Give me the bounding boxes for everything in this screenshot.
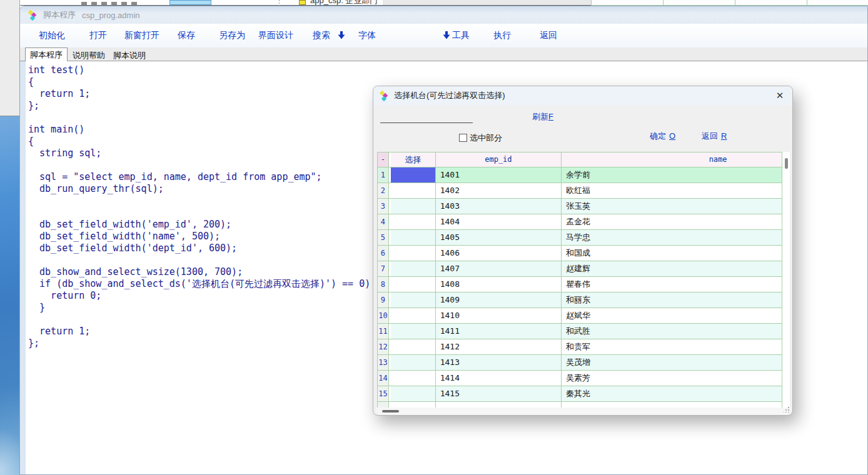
emp-id-cell[interactable]: 1411 [436, 324, 562, 339]
name-cell[interactable]: 和贵军 [562, 339, 782, 354]
table-row[interactable]: 151415秦其光 [378, 386, 782, 402]
row-number-cell[interactable]: 14 [378, 371, 389, 386]
close-icon[interactable]: ✕ [772, 88, 787, 103]
window-titlebar[interactable]: 脚本程序 csp_prog.admin [20, 6, 867, 24]
select-cell[interactable] [391, 277, 436, 292]
table-row[interactable]: 101410赵斌华 [378, 308, 782, 324]
header-select[interactable]: 选择 [391, 152, 436, 167]
table-row[interactable]: 51405马学忠 [378, 230, 782, 246]
row-number-cell[interactable]: 3 [378, 199, 389, 214]
emp-id-cell[interactable]: 1414 [436, 371, 562, 386]
name-cell[interactable]: 赵斌华 [562, 308, 782, 323]
name-cell[interactable]: 和国成 [562, 246, 782, 261]
filter-input[interactable] [380, 112, 473, 123]
select-cell[interactable] [391, 230, 436, 245]
table-row[interactable]: 21402欧红福 [378, 183, 782, 199]
resize-grip-icon[interactable] [784, 407, 789, 412]
refresh-button[interactable]: 刷新F [532, 111, 553, 122]
name-cell[interactable]: 欧红福 [562, 183, 782, 198]
name-cell[interactable]: 赵建辉 [562, 261, 782, 276]
tools-dropdown-arrow-icon[interactable] [443, 31, 450, 39]
ok-button[interactable]: 确定O [650, 131, 675, 142]
row-number-cell[interactable]: 10 [378, 308, 389, 323]
name-cell[interactable]: 吴茂增 [562, 355, 782, 370]
row-number-cell[interactable]: 8 [378, 277, 389, 292]
select-part-checkbox[interactable] [459, 134, 467, 142]
header-emp-id[interactable]: emp_id [436, 152, 562, 167]
row-number-cell[interactable]: 7 [378, 261, 389, 276]
name-cell[interactable]: 秦其光 [562, 386, 782, 401]
emp-id-cell[interactable]: 1413 [436, 355, 562, 370]
emp-id-cell[interactable]: 1402 [436, 183, 562, 198]
table-row[interactable]: 111411和武胜 [378, 324, 782, 339]
select-cell[interactable] [391, 183, 436, 198]
select-cell[interactable] [391, 339, 436, 354]
header-corner[interactable]: - [378, 152, 389, 167]
table-row[interactable]: 41404孟金花 [378, 214, 782, 230]
row-number-cell[interactable]: 13 [378, 355, 389, 370]
save-as-button[interactable]: 另存为 [219, 30, 245, 41]
horizontal-scrollbar-thumb[interactable] [382, 410, 399, 412]
emp-id-cell[interactable]: 1401 [436, 168, 562, 182]
vertical-scrollbar-thumb[interactable] [785, 158, 788, 169]
row-number-cell[interactable]: 2 [378, 183, 389, 198]
tab-help[interactable]: 说明帮助 [68, 49, 110, 61]
table-row[interactable]: 31403张玉英 [378, 199, 782, 214]
run-button[interactable]: 执行 [493, 30, 511, 41]
search-button[interactable]: 搜索 [313, 30, 330, 41]
init-button[interactable]: 初始化 [39, 30, 65, 41]
row-number-cell[interactable]: 15 [378, 386, 389, 401]
table-row[interactable]: 61406和国成 [378, 246, 782, 261]
table-row[interactable]: 141414吴素芳 [378, 371, 782, 386]
open-new-window-button[interactable]: 新窗打开 [124, 30, 159, 41]
row-number-cell[interactable]: 11 [378, 324, 389, 339]
select-cell[interactable] [391, 246, 436, 261]
select-cell[interactable] [391, 324, 436, 339]
row-number-cell[interactable]: 5 [378, 230, 389, 245]
font-button[interactable]: 字体 [358, 30, 376, 41]
tab-script-program[interactable]: 脚本程序 [25, 48, 68, 62]
table-row[interactable]: 91409和丽东 [378, 292, 782, 308]
emp-id-cell[interactable]: 1403 [436, 199, 562, 214]
emp-id-cell[interactable]: 1408 [436, 277, 562, 292]
table-row[interactable]: 81408瞿春伟 [378, 277, 782, 292]
table-row[interactable]: 131413吴茂增 [378, 355, 782, 371]
select-cell[interactable] [391, 199, 436, 214]
search-dropdown-arrow-icon[interactable] [338, 31, 345, 39]
name-cell[interactable]: 马学忠 [562, 230, 782, 245]
select-cell[interactable] [391, 292, 436, 308]
emp-id-cell[interactable]: 1407 [436, 261, 562, 276]
select-cell[interactable] [391, 308, 436, 323]
select-cell[interactable] [391, 355, 436, 370]
open-button[interactable]: 打开 [89, 30, 107, 41]
name-cell[interactable]: 张玉英 [562, 199, 782, 214]
select-cell[interactable] [391, 214, 436, 229]
emp-id-cell[interactable]: 1405 [436, 230, 562, 245]
select-cell[interactable] [391, 386, 436, 401]
name-cell[interactable]: 余学前 [562, 168, 782, 182]
ui-design-button[interactable]: 界面设计 [258, 30, 293, 41]
row-number-cell[interactable]: 6 [378, 246, 389, 261]
row-number-cell[interactable]: 4 [378, 214, 389, 229]
name-cell[interactable]: 和丽东 [562, 292, 782, 308]
row-number-cell[interactable]: 1 [378, 168, 389, 182]
emp-id-cell[interactable]: 1409 [436, 292, 562, 308]
row-number-cell[interactable]: 9 [378, 292, 389, 308]
emp-id-cell[interactable]: 1410 [436, 308, 562, 323]
table-row-partial[interactable] [378, 402, 782, 408]
emp-id-cell[interactable]: 1415 [436, 386, 562, 401]
emp-id-cell[interactable]: 1406 [436, 246, 562, 261]
name-cell[interactable]: 吴素芳 [562, 371, 782, 386]
tools-button[interactable]: 工具 [452, 30, 470, 41]
dialog-back-button[interactable]: 返回R [702, 131, 727, 142]
select-cell[interactable] [391, 261, 436, 276]
name-cell[interactable]: 孟金花 [562, 214, 782, 229]
emp-id-cell[interactable]: 1404 [436, 214, 562, 229]
emp-id-cell[interactable]: 1412 [436, 339, 562, 354]
save-button[interactable]: 保存 [178, 30, 195, 41]
row-number-cell[interactable]: 12 [378, 339, 389, 354]
select-cell[interactable] [391, 371, 436, 386]
name-cell[interactable]: 和武胜 [562, 324, 782, 339]
table-row[interactable]: 11401余学前 [378, 168, 782, 183]
name-cell[interactable]: 瞿春伟 [562, 277, 782, 292]
